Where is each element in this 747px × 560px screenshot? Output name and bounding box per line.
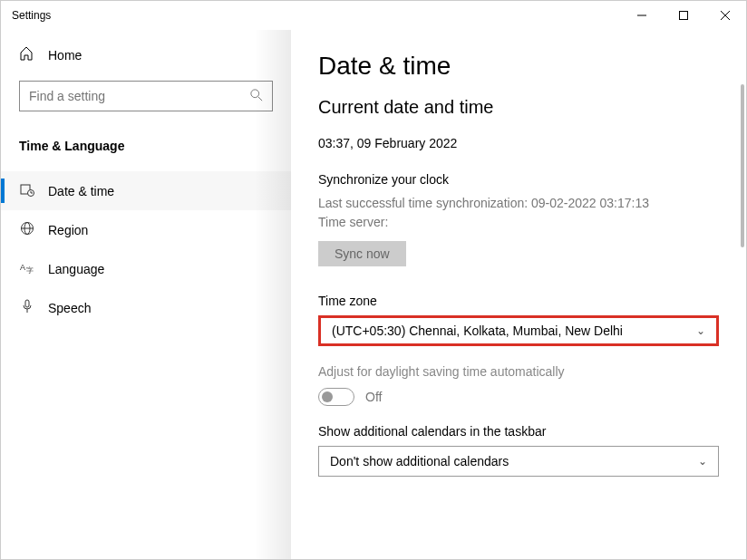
scrollbar[interactable] xyxy=(741,84,744,247)
sidebar-item-label: Language xyxy=(48,262,104,276)
search-icon xyxy=(250,89,263,104)
sidebar-item-label: Region xyxy=(48,223,88,237)
svg-line-5 xyxy=(258,96,262,100)
section-title: Time & Language xyxy=(1,130,291,171)
globe-icon xyxy=(19,221,35,238)
additional-calendars-dropdown[interactable]: Don't show additional calendars ⌄ xyxy=(318,446,719,477)
chevron-down-icon: ⌄ xyxy=(696,324,705,337)
page-title: Date & time xyxy=(318,52,719,81)
main-content: Date & time Current date and time 03:37,… xyxy=(291,30,746,559)
search-input[interactable] xyxy=(29,89,250,103)
current-datetime-value: 03:37, 09 February 2022 xyxy=(318,136,719,150)
svg-text:字: 字 xyxy=(26,266,34,275)
last-sync-text: Last successful time synchronization: 09… xyxy=(318,194,719,213)
additional-calendars-value: Don't show additional calendars xyxy=(330,454,509,468)
sidebar-item-date-time[interactable]: Date & time xyxy=(1,171,291,210)
window-controls xyxy=(621,1,746,30)
chevron-down-icon: ⌄ xyxy=(698,455,707,468)
time-server-label: Time server: xyxy=(318,213,719,232)
sync-heading: Synchronize your clock xyxy=(318,172,719,187)
svg-rect-1 xyxy=(680,12,688,20)
microphone-icon xyxy=(19,299,35,316)
svg-rect-15 xyxy=(25,300,29,307)
window-title: Settings xyxy=(12,9,621,22)
date-time-icon xyxy=(19,182,35,199)
sidebar-item-region[interactable]: Region xyxy=(1,210,291,249)
sidebar-item-label: Date & time xyxy=(48,184,114,198)
sidebar-item-speech[interactable]: Speech xyxy=(1,288,291,327)
svg-point-4 xyxy=(251,89,259,97)
dst-toggle-row: Off xyxy=(318,388,719,406)
home-nav[interactable]: Home xyxy=(1,39,291,72)
timezone-value: (UTC+05:30) Chennai, Kolkata, Mumbai, Ne… xyxy=(332,323,623,338)
language-icon: A字 xyxy=(19,260,35,277)
close-button[interactable] xyxy=(704,1,746,30)
minimize-button[interactable] xyxy=(621,1,663,30)
dst-state: Off xyxy=(365,390,382,404)
svg-text:A: A xyxy=(20,263,25,272)
timezone-dropdown[interactable]: (UTC+05:30) Chennai, Kolkata, Mumbai, Ne… xyxy=(318,315,719,346)
additional-calendars-label: Show additional calendars in the taskbar xyxy=(318,424,719,439)
dst-label: Adjust for daylight saving time automati… xyxy=(318,364,719,379)
sidebar: Home Time & Language Date & time Region … xyxy=(1,30,291,559)
home-icon xyxy=(19,46,35,64)
search-input-wrap[interactable] xyxy=(19,81,273,111)
sidebar-item-language[interactable]: A字 Language xyxy=(1,249,291,288)
title-bar: Settings xyxy=(1,1,746,30)
sync-now-button[interactable]: Sync now xyxy=(318,241,406,266)
maximize-button[interactable] xyxy=(663,1,704,30)
sidebar-item-label: Speech xyxy=(48,301,91,315)
dst-toggle[interactable] xyxy=(318,388,354,406)
section-current-datetime: Current date and time xyxy=(318,97,719,118)
timezone-label: Time zone xyxy=(318,294,719,308)
home-label: Home xyxy=(48,48,82,63)
